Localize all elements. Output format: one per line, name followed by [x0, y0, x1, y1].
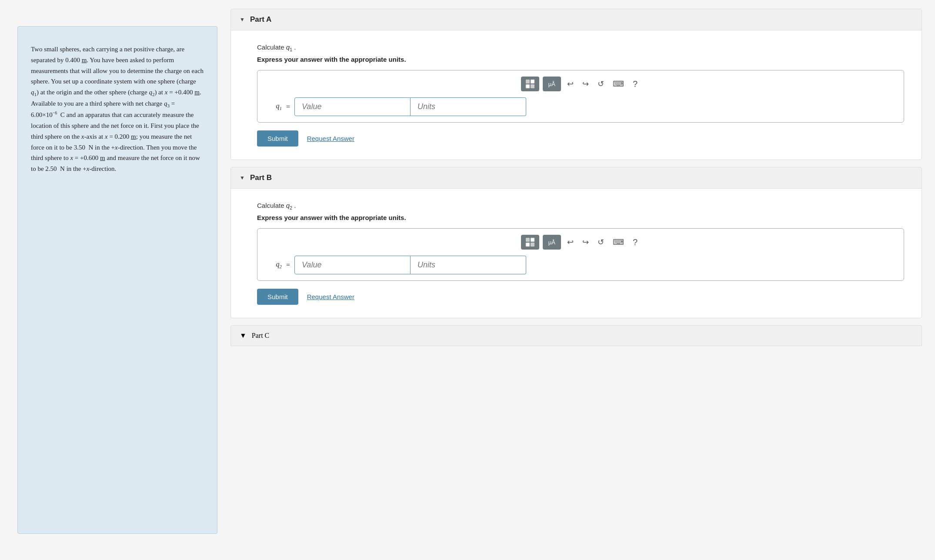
part-a-title: Part A — [250, 15, 271, 24]
part-a-mu-button[interactable]: μÅ — [543, 77, 561, 91]
part-a-express-label: Express your answer with the appropriate… — [257, 56, 904, 63]
part-a-units-input[interactable] — [411, 97, 526, 116]
svg-rect-3 — [531, 84, 534, 88]
part-b-submit-button[interactable]: Submit — [257, 289, 298, 305]
part-a-value-input[interactable] — [294, 97, 411, 116]
part-b-header: ▼ Part B — [231, 167, 922, 189]
part-b-action-row: Submit Request Answer — [257, 289, 904, 305]
right-panel: ▼ Part A Calculate q1 . Express your ans… — [217, 0, 935, 560]
part-a-calculate-label: Calculate q1 . — [257, 43, 904, 52]
part-a-keyboard-button[interactable]: ⌨ — [610, 77, 627, 90]
part-b-answer-row: q2 = — [264, 256, 897, 274]
svg-rect-0 — [526, 80, 530, 83]
part-b-grid-button[interactable] — [521, 235, 539, 250]
problem-statement: Two small spheres, each carrying a net p… — [17, 26, 217, 534]
problem-text: Two small spheres, each carrying a net p… — [31, 44, 204, 174]
part-a-help-button[interactable]: ? — [630, 77, 640, 91]
part-b-mu-button[interactable]: μÅ — [543, 235, 561, 250]
part-b-units-input[interactable] — [411, 256, 526, 274]
svg-rect-1 — [531, 80, 534, 83]
part-a-input-box: μÅ ↩ ↪ ↺ ⌨ ? q1 = — [257, 70, 904, 123]
part-a-section: ▼ Part A Calculate q1 . Express your ans… — [230, 9, 922, 160]
part-a-undo-button[interactable]: ↩ — [564, 77, 576, 90]
part-b-express-label: Express your answer with the appropriate… — [257, 214, 904, 221]
part-b-keyboard-button[interactable]: ⌨ — [610, 236, 627, 249]
part-b-var-label: q2 — [264, 260, 282, 269]
part-b-equals: = — [286, 261, 290, 269]
svg-rect-4 — [526, 238, 530, 242]
part-a-redo-button[interactable]: ↪ — [580, 77, 591, 90]
part-b-request-answer-button[interactable]: Request Answer — [307, 293, 354, 300]
part-a-submit-button[interactable]: Submit — [257, 130, 298, 147]
part-c-section: ▼ Part C — [230, 325, 922, 346]
part-c-chevron-icon[interactable]: ▼ — [240, 332, 247, 340]
mu-label-b: μÅ — [548, 239, 555, 246]
part-b-refresh-button[interactable]: ↺ — [595, 236, 607, 249]
grid-icon-b — [525, 237, 535, 247]
part-a-var-label: q1 — [264, 102, 282, 111]
svg-rect-7 — [531, 243, 534, 247]
part-c-title: Part C — [252, 332, 269, 340]
part-b-calculate-label: Calculate q2 . — [257, 202, 904, 210]
part-b-section: ▼ Part B Calculate q2 . Express your ans… — [230, 167, 922, 318]
part-b-body: Calculate q2 . Express your answer with … — [231, 189, 922, 318]
part-a-refresh-button[interactable]: ↺ — [595, 77, 607, 90]
part-b-redo-button[interactable]: ↪ — [580, 236, 591, 249]
part-a-toolbar: μÅ ↩ ↪ ↺ ⌨ ? — [264, 77, 897, 91]
part-b-value-input[interactable] — [294, 256, 411, 274]
part-b-chevron-icon[interactable]: ▼ — [240, 175, 245, 181]
svg-rect-5 — [531, 238, 534, 242]
part-a-body: Calculate q1 . Express your answer with … — [231, 30, 922, 160]
grid-icon — [525, 79, 535, 89]
svg-rect-2 — [526, 84, 530, 88]
part-a-answer-row: q1 = — [264, 97, 897, 116]
part-a-header: ▼ Part A — [231, 9, 922, 30]
part-a-request-answer-button[interactable]: Request Answer — [307, 135, 354, 142]
mu-label: μÅ — [548, 81, 555, 87]
svg-rect-6 — [526, 243, 530, 247]
part-a-chevron-icon[interactable]: ▼ — [240, 17, 245, 23]
part-a-equals: = — [286, 103, 290, 111]
part-b-help-button[interactable]: ? — [630, 236, 640, 249]
part-a-action-row: Submit Request Answer — [257, 130, 904, 147]
part-b-input-box: μÅ ↩ ↪ ↺ ⌨ ? q2 = — [257, 228, 904, 281]
part-b-title: Part B — [250, 173, 272, 182]
part-b-toolbar: μÅ ↩ ↪ ↺ ⌨ ? — [264, 235, 897, 250]
part-a-grid-button[interactable] — [521, 77, 539, 91]
part-b-undo-button[interactable]: ↩ — [564, 236, 576, 249]
